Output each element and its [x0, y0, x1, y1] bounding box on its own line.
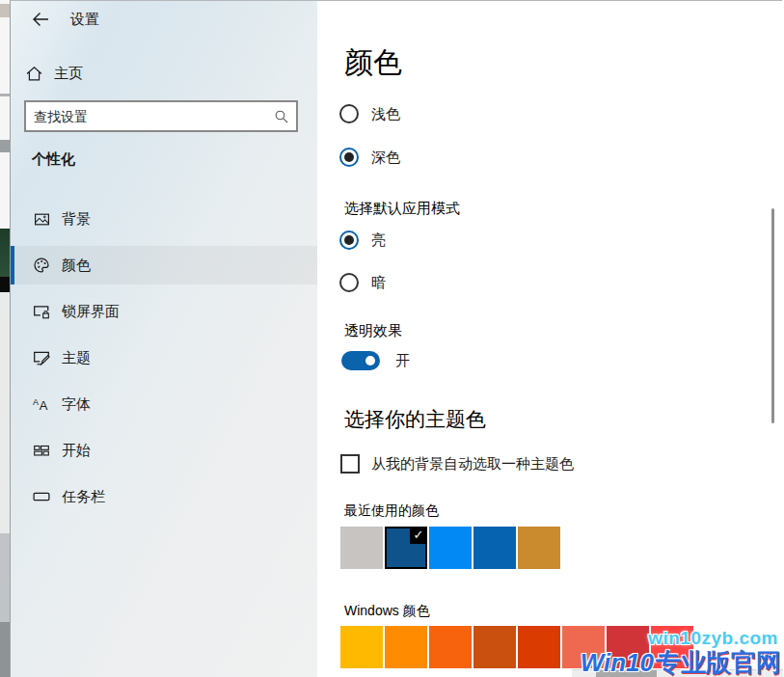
taskbar-icon	[33, 488, 50, 505]
desktop-fragment	[0, 4, 10, 17]
windows-color-swatch[interactable]	[473, 626, 516, 668]
checkbox-icon	[340, 454, 360, 474]
radio-selected-icon	[339, 230, 359, 250]
app-mode-label: 选择默认应用模式	[344, 200, 460, 218]
accent-heading: 选择你的主题色	[344, 406, 486, 433]
settings-window: 设置 × 主页 个性化 背	[10, 0, 782, 677]
sidebar-item-lockscreen[interactable]: 锁屏界面	[11, 292, 317, 331]
sidebar-item-fonts[interactable]: AA 字体	[11, 385, 317, 423]
sidebar-item-label: 主题	[62, 349, 91, 367]
lockscreen-icon	[33, 303, 50, 320]
sidebar-item-taskbar[interactable]: 任务栏	[11, 477, 317, 516]
search-box	[24, 100, 298, 132]
desktop-fragment	[0, 622, 10, 677]
start-icon	[33, 442, 50, 459]
recent-colors-row: ✓	[340, 527, 560, 569]
radio-selected-icon	[339, 148, 359, 167]
radio-appmode-dark[interactable]: 暗	[339, 273, 386, 292]
recent-color-swatch[interactable]: ✓	[385, 527, 427, 569]
windows-color-swatch[interactable]	[429, 626, 472, 668]
svg-text:A: A	[33, 397, 39, 407]
search-input[interactable]	[26, 109, 267, 124]
recent-color-swatch[interactable]	[429, 527, 472, 569]
vertical-scrollbar-thumb[interactable]	[771, 208, 774, 423]
theme-icon	[33, 349, 50, 366]
fonts-icon: AA	[33, 395, 50, 413]
radio-color-light[interactable]: 浅色	[339, 104, 400, 123]
radio-color-dark[interactable]: 深色	[339, 148, 400, 167]
watermark-brand-italic: Win10	[581, 648, 654, 677]
sidebar-item-label: 字体	[62, 395, 91, 414]
auto-pick-accent-checkbox-row[interactable]: 从我的背景自动选取一种主题色	[340, 454, 574, 474]
windows-color-swatch[interactable]	[385, 626, 427, 668]
selected-color-check-icon: ✓	[410, 527, 427, 544]
sidebar-item-background[interactable]: 背景	[11, 200, 317, 238]
sidebar-item-home[interactable]: 主页	[26, 59, 219, 88]
sidebar-item-start[interactable]: 开始	[11, 431, 317, 470]
back-button[interactable]	[24, 7, 57, 32]
checkbox-label: 从我的背景自动选取一种主题色	[371, 455, 574, 474]
sidebar-item-label: 背景	[62, 210, 91, 229]
sidebar-item-label: 开始	[62, 442, 91, 460]
sidebar-item-label: 任务栏	[62, 488, 105, 506]
image-icon	[33, 211, 50, 228]
radio-label: 暗	[371, 274, 386, 292]
recent-color-swatch[interactable]	[518, 527, 560, 569]
radio-icon	[339, 104, 359, 123]
selected-item-indicator	[11, 246, 14, 284]
transparency-toggle[interactable]	[341, 351, 380, 370]
toggle-knob	[365, 356, 375, 366]
toggle-state-label: 开	[395, 352, 410, 370]
desktop-background-sliver	[0, 0, 10, 677]
back-arrow-icon	[31, 10, 50, 29]
desktop-fragment	[0, 140, 10, 152]
search-icon[interactable]	[267, 109, 296, 124]
radio-appmode-light[interactable]: 亮	[339, 230, 386, 250]
radio-icon	[339, 273, 359, 292]
desktop-fragment	[0, 94, 10, 96]
windows-color-swatch[interactable]	[518, 626, 560, 668]
svg-text:A: A	[40, 398, 48, 413]
watermark-brand-rest: 专业版官网	[656, 648, 781, 677]
home-icon	[26, 66, 42, 82]
page-title: 颜色	[344, 43, 402, 83]
screen: 设置 × 主页 个性化 背	[0, 0, 784, 677]
sidebar-item-label: 锁屏界面	[62, 303, 120, 321]
recent-color-swatch[interactable]	[340, 527, 383, 569]
app-title: 设置	[70, 11, 99, 29]
transparency-label: 透明效果	[344, 322, 402, 340]
recent-colors-label: 最近使用的颜色	[344, 502, 439, 520]
sidebar-item-colors[interactable]: 颜色	[11, 246, 317, 284]
sidebar-home-label: 主页	[54, 65, 83, 83]
radio-label: 亮	[371, 231, 386, 250]
recent-color-swatch[interactable]	[473, 527, 516, 569]
desktop-fragment	[0, 277, 10, 292]
radio-label: 深色	[371, 149, 400, 167]
desktop-fragment	[0, 292, 10, 533]
sidebar-section-title: 个性化	[32, 150, 75, 169]
radio-label: 浅色	[371, 105, 400, 123]
transparency-toggle-row: 开	[341, 351, 410, 370]
windows-color-swatch[interactable]	[340, 626, 383, 668]
desktop-wallpaper-fragment	[0, 229, 10, 277]
watermark-brand-text: Win10专业版官网	[581, 646, 781, 677]
windows-colors-label: Windows 颜色	[344, 603, 430, 620]
desktop-fragment	[0, 533, 10, 622]
palette-icon	[33, 257, 50, 274]
sidebar-item-label: 颜色	[62, 257, 91, 275]
sidebar-item-themes[interactable]: 主题	[11, 338, 317, 377]
